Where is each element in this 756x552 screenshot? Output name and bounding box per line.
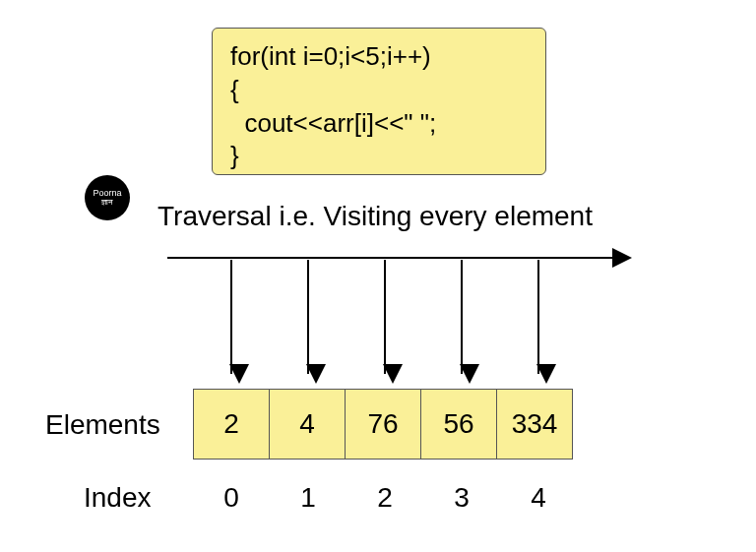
brand-logo: Poorna ज्ञान: [85, 175, 130, 220]
array-cells: 2 4 76 56 334: [193, 389, 573, 460]
index-0: 0: [193, 482, 270, 514]
index-4: 4: [500, 482, 577, 514]
index-1: 1: [270, 482, 346, 514]
code-line-3: cout<<arr[i]<<" ";: [230, 107, 528, 141]
elements-label: Elements: [45, 409, 160, 441]
index-row: 0 1 2 3 4: [193, 482, 577, 514]
array-cell-3: 56: [420, 389, 497, 460]
code-line-2: {: [230, 74, 528, 107]
code-line-1: for(int i=0;i<5;i++): [230, 40, 528, 74]
array-cell-4: 334: [496, 389, 573, 460]
index-label: Index: [84, 482, 152, 514]
code-snippet-box: for(int i=0;i<5;i++) { cout<<arr[i]<<" "…: [212, 28, 546, 175]
code-line-4: }: [230, 140, 528, 173]
array-cell-1: 4: [269, 389, 346, 460]
array-cell-0: 2: [193, 389, 270, 460]
diagram-caption: Traversal i.e. Visiting every element: [158, 201, 593, 232]
index-2: 2: [346, 482, 423, 514]
index-3: 3: [423, 482, 500, 514]
logo-text-bottom: ज्ञान: [101, 199, 113, 208]
array-cell-2: 76: [345, 389, 421, 460]
